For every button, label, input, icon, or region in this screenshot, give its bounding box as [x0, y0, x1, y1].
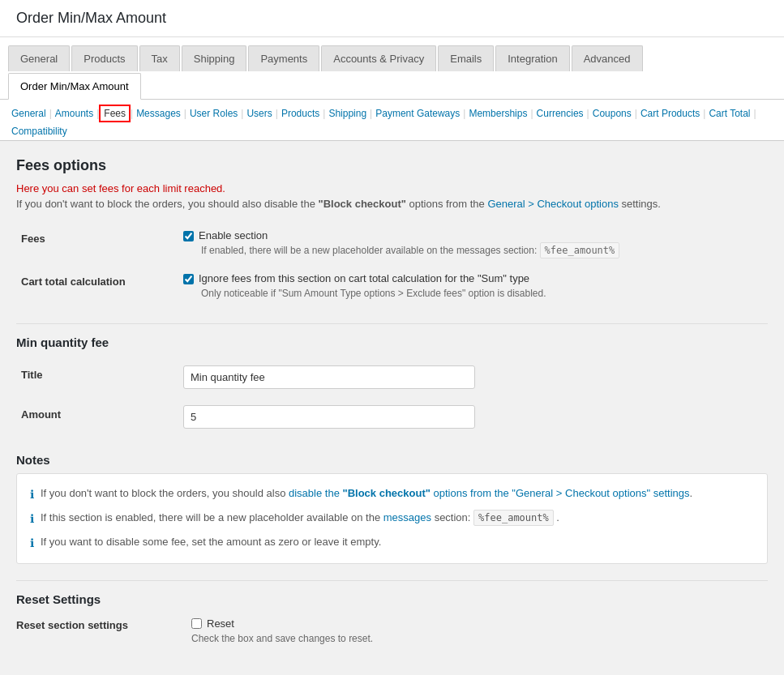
fees-info-bold: "Block checkout"	[319, 198, 406, 210]
tab-payments[interactable]: Payments	[248, 45, 319, 71]
note-link-2[interactable]: messages	[383, 511, 431, 523]
reset-checkbox[interactable]	[191, 618, 202, 629]
notes-section: Notes ℹ If you don't want to block the o…	[16, 453, 768, 564]
tab-products[interactable]: Products	[71, 45, 137, 71]
reset-label: Reset section settings	[16, 617, 178, 631]
fees-row: Fees Enable section If enabled, there wi…	[16, 221, 768, 264]
subnav-payment-gateways[interactable]: Payment Gateways	[372, 105, 463, 122]
subnav-fees[interactable]: Fees	[99, 105, 131, 122]
note-item-3: ℹ If you want to disable some fee, set t…	[30, 534, 754, 552]
cart-total-row: Cart total calculation Ignore fees from …	[16, 264, 768, 307]
info-icon-3: ℹ	[30, 535, 34, 552]
fees-hint-code: %fee_amount%	[540, 242, 620, 258]
amount-row: Amount	[16, 397, 768, 437]
notes-title: Notes	[16, 453, 768, 467]
fees-label: Fees	[16, 221, 178, 264]
min-qty-heading: Min quantity fee	[16, 323, 768, 349]
fees-info-prefix: If you don't want to block the orders, y…	[16, 198, 319, 210]
content-area: Fees options Here you can set fees for e…	[0, 141, 784, 660]
subnav-memberships[interactable]: Memberships	[465, 105, 530, 122]
tab-integration[interactable]: Integration	[495, 45, 569, 71]
tab-general[interactable]: General	[8, 45, 70, 71]
title-input-cell	[178, 357, 768, 397]
reset-row: Reset section settings Reset Check the b…	[16, 617, 768, 644]
fees-info-normal: If you don't want to block the orders, y…	[16, 198, 768, 210]
note-item-2: ℹ If this section is enabled, there will…	[30, 510, 754, 528]
fees-enable-row: Enable section	[183, 229, 763, 241]
subnav-shipping[interactable]: Shipping	[325, 105, 370, 122]
subnav-general[interactable]: General	[8, 105, 49, 122]
cart-total-checkbox[interactable]	[183, 274, 194, 284]
note-code-2: %fee_amount%	[473, 510, 554, 526]
sep14: |	[754, 105, 756, 122]
sub-nav: General | Amounts | Fees | Messages | Us…	[0, 100, 784, 141]
subnav-cart-products[interactable]: Cart Products	[637, 105, 703, 122]
tab-accounts-privacy[interactable]: Accounts & Privacy	[321, 45, 436, 71]
tab-tax[interactable]: Tax	[139, 45, 180, 71]
fees-hint: If enabled, there will be a new placehol…	[201, 245, 763, 256]
note-text-1: If you don't want to block the orders, y…	[41, 485, 692, 502]
cart-total-hint: Only noticeable if "Sum Amount Type opti…	[201, 288, 763, 299]
tab-emails[interactable]: Emails	[438, 45, 494, 71]
main-tabs: General Products Tax Shipping Payments A…	[0, 37, 784, 100]
tab-advanced[interactable]: Advanced	[572, 45, 643, 71]
reset-hint: Check the box and save changes to reset.	[191, 633, 373, 644]
subnav-amounts[interactable]: Amounts	[52, 105, 96, 122]
subnav-compatibility[interactable]: Compatibility	[8, 122, 71, 140]
tab-order-minmax[interactable]: Order Min/Max Amount	[8, 73, 141, 100]
tab-shipping[interactable]: Shipping	[182, 45, 247, 71]
note-text-3: If you want to disable some fee, set the…	[41, 534, 381, 550]
info-icon-2: ℹ	[30, 511, 34, 528]
fees-info-link[interactable]: General > Checkout options	[487, 198, 619, 210]
min-qty-form-table: Title Amount	[16, 357, 768, 437]
fees-enable-label: Enable section	[199, 229, 268, 241]
cart-total-label: Cart total calculation	[16, 264, 178, 307]
fees-options-title: Fees options	[16, 157, 768, 174]
cart-total-check-row: Ignore fees from this section on cart to…	[183, 272, 763, 284]
fees-hint-prefix: If enabled, there will be a new placehol…	[201, 245, 540, 256]
reset-check-row: Reset	[191, 617, 373, 630]
subnav-users[interactable]: Users	[243, 105, 275, 122]
reset-section: Reset Settings Reset section settings Re…	[16, 580, 768, 644]
fees-info-end: settings.	[619, 198, 661, 210]
subnav-cart-total[interactable]: Cart Total	[705, 105, 753, 122]
fees-info-red: Here you can set fees for each limit rea…	[16, 182, 768, 194]
notes-box: ℹ If you don't want to block the orders,…	[16, 473, 768, 564]
page-title: Order Min/Max Amount	[16, 10, 768, 27]
reset-controls: Reset Check the box and save changes to …	[191, 617, 373, 644]
subnav-messages[interactable]: Messages	[133, 105, 184, 122]
page-wrapper: Order Min/Max Amount General Products Ta…	[0, 0, 784, 675]
cart-total-controls: Ignore fees from this section on cart to…	[178, 264, 768, 307]
min-qty-section: Min quantity fee Title Amount	[16, 323, 768, 437]
title-input[interactable]	[183, 365, 475, 389]
reset-checkbox-label: Reset	[207, 617, 234, 630]
subnav-products[interactable]: Products	[278, 105, 323, 122]
reset-title: Reset Settings	[16, 592, 768, 606]
fees-form-table: Fees Enable section If enabled, there wi…	[16, 221, 768, 307]
info-icon-1: ℹ	[30, 486, 34, 503]
amount-input-cell	[178, 397, 768, 437]
subnav-user-roles[interactable]: User Roles	[186, 105, 241, 122]
note-link-1[interactable]: disable the "Block checkout" options fro…	[289, 487, 690, 499]
cart-total-checkbox-label: Ignore fees from this section on cart to…	[199, 272, 529, 284]
fees-info-mid: options from the	[406, 198, 487, 210]
fees-controls: Enable section If enabled, there will be…	[178, 221, 768, 264]
title-row: Title	[16, 357, 768, 397]
note-text-2: If this section is enabled, there will b…	[41, 510, 559, 526]
title-label: Title	[16, 357, 178, 397]
subnav-currencies[interactable]: Currencies	[533, 105, 587, 122]
page-title-bar: Order Min/Max Amount	[0, 0, 784, 37]
amount-label: Amount	[16, 397, 178, 437]
fees-enable-checkbox[interactable]	[183, 231, 194, 241]
subnav-coupons[interactable]: Coupons	[589, 105, 635, 122]
fees-options-section: Fees options Here you can set fees for e…	[16, 157, 768, 307]
note-item-1: ℹ If you don't want to block the orders,…	[30, 485, 754, 503]
amount-input[interactable]	[183, 405, 475, 429]
